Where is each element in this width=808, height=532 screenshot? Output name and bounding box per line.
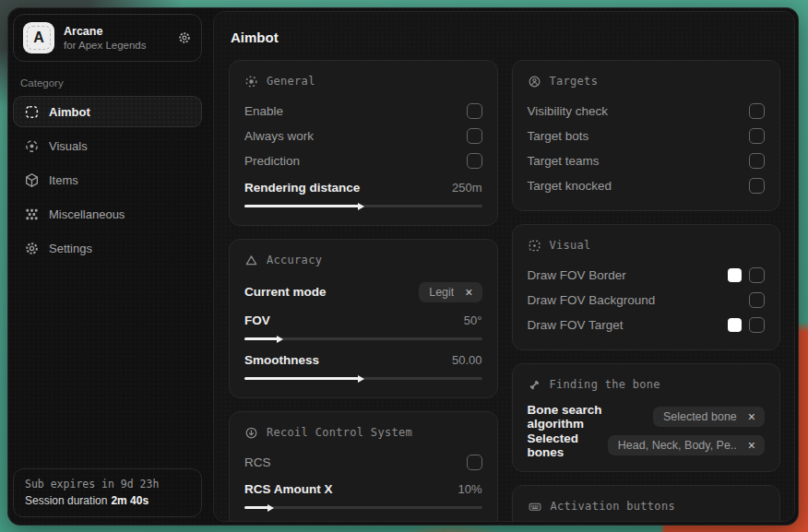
enable-checkbox[interactable] (467, 103, 482, 119)
cube-icon (24, 172, 40, 188)
bone-icon (528, 378, 541, 392)
app-window: A Arcane for Apex Legends Category (7, 7, 799, 526)
box-dot-icon (528, 239, 541, 253)
sidebar-item-visuals[interactable]: Visuals (13, 130, 202, 161)
panel-title: Finding the bone (550, 378, 660, 391)
row-target-knocked: Target knocked (528, 173, 766, 198)
gear-icon[interactable] (177, 30, 192, 45)
subscription-info: Sub expires in 9d 23h Session duration2m… (13, 468, 202, 517)
person-circle-icon (528, 75, 541, 89)
visibility-check-checkbox[interactable] (749, 103, 765, 119)
panel-title: Visual (550, 239, 591, 252)
bone-algorithm-tag[interactable]: Selected bone × (653, 407, 765, 427)
row-rcs: RCS (244, 450, 482, 475)
row-selected-bones: Selected bones Head, Neck, Body, Pe.. × (528, 431, 766, 459)
row-current-mode: Current mode Legit × (244, 278, 482, 306)
panel-recoil-control: Recoil Control System RCS RCS Amount X 1… (229, 411, 498, 522)
sidebar-item-label: Settings (49, 242, 92, 255)
panel-title: General (267, 75, 315, 88)
panel-general: General Enable Always work Prediction (229, 60, 498, 226)
row-bone-search-algorithm: Bone search algorithm Selected bone × (528, 402, 766, 431)
row-target-bots: Target bots (528, 124, 766, 148)
sidebar-item-label: Visuals (49, 139, 88, 153)
row-smoothness: Smoothness 50.00 (244, 346, 482, 385)
rendering-distance-slider[interactable] (244, 205, 482, 207)
slider-value: 10% (457, 482, 481, 496)
draw-fov-background-checkbox[interactable] (749, 292, 765, 308)
panel-title: Targets (550, 75, 599, 88)
session-duration: Session duration2m 40s (25, 494, 190, 507)
panel-title: Accuracy (267, 254, 322, 266)
color-swatch[interactable] (728, 318, 742, 332)
row-target-teams: Target teams (528, 148, 766, 173)
row-draw-fov-border: Draw FOV Border (528, 263, 766, 288)
close-icon[interactable]: × (465, 286, 472, 299)
target-bots-checkbox[interactable] (749, 128, 765, 144)
sub-expiry-text: Sub expires in 9d 23h (25, 478, 190, 491)
smoothness-slider[interactable] (244, 377, 482, 380)
panel-title: Recoil Control System (267, 426, 412, 439)
panel-accuracy: Accuracy Current mode Legit × FOV 50° (229, 239, 498, 398)
right-column: Targets Visibility check Target bots Tar… (512, 60, 781, 522)
row-draw-fov-background: Draw FOV Background (528, 288, 766, 313)
prediction-checkbox[interactable] (467, 153, 482, 169)
fov-slider[interactable] (244, 337, 482, 340)
panel-targets: Targets Visibility check Target bots Tar… (512, 60, 781, 211)
arrow-down-circle-icon (244, 426, 258, 440)
sidebar-item-label: Miscellaneous (49, 207, 125, 221)
page-title: Aimbot (231, 30, 780, 45)
gear-icon (24, 241, 40, 256)
row-visibility-check: Visibility check (528, 99, 766, 124)
always-work-checkbox[interactable] (467, 128, 482, 144)
sidebar-item-items[interactable]: Items (13, 164, 202, 195)
mode-tag[interactable]: Legit × (419, 282, 481, 302)
rcs-amount-x-slider[interactable] (244, 506, 482, 509)
brightness-icon (244, 75, 258, 89)
slider-value: 50.00 (452, 353, 482, 367)
row-enable: Enable (244, 99, 482, 124)
sidebar-item-aimbot[interactable]: Aimbot (13, 96, 202, 127)
app-name: Arcane (64, 25, 147, 38)
draw-fov-target-checkbox[interactable] (749, 317, 765, 333)
close-icon[interactable]: × (748, 439, 755, 452)
target-teams-checkbox[interactable] (749, 153, 765, 169)
target-knocked-checkbox[interactable] (749, 178, 765, 194)
grid-dots-icon (24, 207, 40, 222)
crosshair-select-icon (24, 104, 40, 120)
panel-visual: Visual Draw FOV Border Draw FOV Backgrou… (512, 224, 781, 350)
draw-fov-border-checkbox[interactable] (749, 267, 765, 283)
keyboard-icon (528, 500, 542, 514)
desktop-background: { "colors": { "background_teal": "#4aa28… (0, 0, 808, 532)
slider-value: 250m (452, 181, 482, 195)
sidebar-nav: Aimbot Visuals Items (13, 96, 202, 264)
row-rcs-amount-x: RCS Amount X 10% (244, 475, 482, 514)
slider-value: 50° (464, 313, 482, 327)
category-label: Category (20, 77, 195, 89)
row-always-work: Always work (244, 124, 482, 148)
row-fov: FOV 50° (244, 306, 482, 346)
eye-scan-icon (24, 138, 40, 154)
app-header: A Arcane for Apex Legends (13, 14, 202, 62)
color-swatch[interactable] (728, 268, 742, 282)
sidebar-item-label: Aimbot (49, 105, 90, 119)
panel-finding-the-bone: Finding the bone Bone search algorithm S… (512, 363, 781, 472)
sidebar-item-miscellaneous[interactable]: Miscellaneous (13, 198, 202, 230)
slider-value: 10% (457, 522, 481, 523)
row-rendering-distance: Rendering distance 250m (244, 173, 482, 213)
triangle-icon (244, 254, 258, 267)
main-content: Aimbot General Enable (213, 11, 795, 522)
sidebar-item-settings[interactable]: Settings (13, 232, 202, 264)
selected-bones-tag[interactable]: Head, Neck, Body, Pe.. × (608, 435, 765, 455)
row-rcs-amount-y: RCS Amount Y 10% (244, 514, 482, 522)
sidebar: A Arcane for Apex Legends Category (8, 8, 208, 525)
close-icon[interactable]: × (748, 410, 755, 423)
row-prediction: Prediction (244, 148, 482, 173)
panel-activation-buttons: Activation buttons First key bind M1 (512, 485, 781, 522)
sidebar-item-label: Items (49, 173, 78, 187)
app-subtitle: for Apex Legends (64, 40, 147, 51)
left-column: General Enable Always work Prediction (229, 60, 498, 522)
app-logo: A (23, 22, 54, 53)
rcs-checkbox[interactable] (467, 455, 482, 470)
panel-title: Activation buttons (551, 500, 675, 513)
row-draw-fov-target: Draw FOV Target (528, 313, 766, 337)
